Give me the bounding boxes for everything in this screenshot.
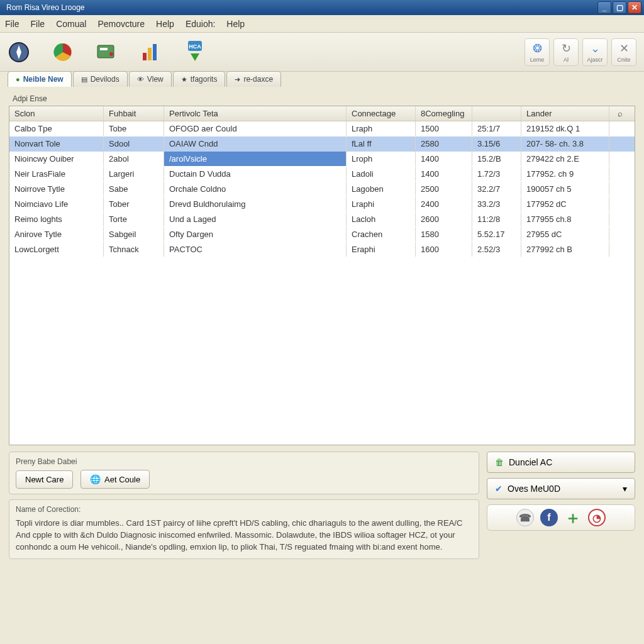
panel-actions: Preny Babe Dabei Newt Care 🌐Aet Coule	[9, 452, 479, 494]
panel-desc-title: Name of Corection:	[16, 505, 472, 514]
table-cell: Tober	[104, 197, 164, 211]
table-cell	[609, 182, 631, 196]
table-cell: Noimciavo Life	[9, 197, 104, 211]
check-icon: ✔	[495, 484, 502, 494]
table-cell: OAIAW Cndd	[164, 136, 347, 151]
table-cell: OFOGD aer Could	[164, 121, 347, 136]
tab-redaxce[interactable]: ➜re-daxce	[226, 71, 281, 87]
toolbar-right: ❂Leme ↻Al ⌄Ajascr ✕Cnite	[525, 38, 636, 66]
menu-eduioh[interactable]: Eduioh:	[186, 19, 215, 29]
grid-header: Sclon Fuhbait Pertivolc Teta Connectage …	[9, 106, 635, 121]
clock-icon[interactable]: ◔	[588, 509, 606, 526]
table-cell: /arolVsicle	[164, 152, 347, 166]
table-row[interactable]: Nonvart ToleSdoolOAIAW CnddfLal ff25803.…	[9, 136, 635, 152]
oves-meuod-button[interactable]: ✔Oves MeU0D▾	[487, 478, 635, 499]
table-cell: Tchnack	[104, 242, 164, 257]
table-row[interactable]: Neir LrasFialeLargeriDuctain D VuddaLado…	[9, 167, 635, 182]
menu-comual[interactable]: Comual	[56, 19, 86, 29]
table-cell: 207- 58- ch. 3.8	[521, 136, 609, 151]
compass-icon[interactable]	[8, 41, 30, 64]
svg-marker-11	[191, 53, 199, 61]
group-label: Adpi Ense	[13, 94, 635, 103]
table-cell	[609, 167, 631, 181]
table-cell	[609, 212, 631, 226]
bottom-left: Preny Babe Dabei Newt Care 🌐Aet Coule Na…	[9, 452, 479, 564]
data-grid: Sclon Fuhbait Pertivolc Teta Connectage …	[9, 106, 635, 445]
table-cell: 1.72/3	[472, 167, 521, 181]
x-icon: ✕	[619, 42, 629, 55]
col-comegling[interactable]: 8Comegling	[416, 106, 472, 121]
table-cell: 1400	[416, 152, 472, 166]
table-cell: 177952 dC	[521, 197, 609, 211]
table-cell: Sabe	[104, 182, 164, 196]
table-cell: 2580	[416, 136, 472, 151]
bars-icon[interactable]	[140, 41, 162, 64]
dot-icon: ●	[16, 75, 20, 83]
col-search[interactable]: ⌕	[609, 106, 631, 121]
maximize-button[interactable]: ▢	[613, 1, 626, 14]
table-cell: 219152 dk.Q 1	[521, 121, 609, 136]
download-icon[interactable]: HCA	[184, 41, 206, 64]
content-area: Adpi Ense Sclon Fuhbait Pertivolc Teta C…	[0, 87, 644, 445]
newt-care-button[interactable]: Newt Care	[16, 470, 73, 489]
table-row[interactable]: Anirove TytleSabgeilOfty DargenCrachen15…	[9, 227, 635, 242]
star-icon: ★	[181, 75, 187, 84]
table-cell	[609, 121, 631, 136]
table-cell	[609, 136, 631, 151]
table-cell: Nioincwy Ouiber	[9, 152, 104, 166]
table-cell: 1600	[416, 242, 472, 257]
aet-coule-button[interactable]: 🌐Aet Coule	[80, 470, 150, 489]
table-cell: Eraphi	[347, 242, 416, 257]
table-cell: 2abol	[104, 152, 164, 166]
table-row[interactable]: Reimo loghtsTorteUnd a LagedLacloh260011…	[9, 212, 635, 227]
table-row[interactable]: Calbo TpeTobeOFOGD aer CouldLraph150025:…	[9, 121, 635, 136]
al-button[interactable]: ↻Al	[553, 38, 579, 66]
table-cell: Orchale Coldno	[164, 182, 347, 196]
table-row[interactable]: LowcLorgettTchnackPACTOCEraphi16002.52/3…	[9, 242, 635, 257]
menu-file-2[interactable]: File	[31, 19, 45, 29]
col-blank[interactable]	[472, 106, 521, 121]
titlebar: Rom Risa Vireo Lrooge _ ▢ ✕	[0, 0, 644, 15]
col-pertivolc[interactable]: Pertivolc Teta	[164, 106, 347, 121]
table-row[interactable]: Noimciavo LifeToberDrevd BuldhorulaimgLr…	[9, 197, 635, 212]
table-row[interactable]: Noirrove TytleSabeOrchale ColdnoLagoben2…	[9, 182, 635, 197]
dunciel-ac-button[interactable]: 🗑Dunciel AC	[487, 452, 635, 473]
col-lander[interactable]: Lander	[521, 106, 609, 121]
menu-pemovcture[interactable]: Pemovcture	[97, 19, 145, 29]
tab-tfagorits[interactable]: ★tfagorits	[173, 71, 226, 87]
menu-file-1[interactable]: File	[5, 19, 19, 29]
table-cell: PACTOC	[164, 242, 347, 257]
table-row[interactable]: Nioincwy Ouiber2abol/arolVsicleLroph1400…	[9, 152, 635, 167]
table-cell: Noirrove Tytle	[9, 182, 104, 196]
col-connectage[interactable]: Connectage	[347, 106, 416, 121]
doc-icon: ▤	[81, 75, 87, 84]
table-cell: Ductain D Vudda	[164, 167, 347, 181]
close-button[interactable]: ✕	[628, 1, 641, 14]
minimize-button[interactable]: _	[597, 1, 611, 14]
cnite-button[interactable]: ✕Cnite	[611, 38, 636, 66]
search-icon: ⌕	[618, 109, 623, 118]
ajascr-button[interactable]: ⌄Ajascr	[582, 38, 608, 66]
table-cell: Torte	[104, 212, 164, 226]
table-cell: 177955 ch.8	[521, 212, 609, 226]
leme-button[interactable]: ❂Leme	[525, 38, 550, 66]
card-icon[interactable]	[96, 41, 118, 64]
trash-icon: 🗑	[495, 457, 504, 467]
col-sclon[interactable]: Sclon	[9, 106, 104, 121]
table-cell	[609, 242, 631, 257]
facebook-icon[interactable]: f	[540, 509, 558, 526]
phone-icon[interactable]: ☎	[516, 509, 534, 526]
col-fuhbait[interactable]: Fuhbait	[104, 106, 164, 121]
toolbar: HCA ❂Leme ↻Al ⌄Ajascr ✕Cnite	[0, 33, 644, 72]
svg-rect-7	[148, 48, 152, 60]
table-cell: Nonvart Tole	[9, 136, 104, 151]
menu-help-1[interactable]: Help	[156, 19, 174, 29]
plus-icon[interactable]: ＋	[564, 509, 582, 526]
tab-vlew[interactable]: 👁Vlew	[129, 71, 172, 87]
tab-neible-new[interactable]: ●Neible New	[8, 71, 72, 87]
bottom-right: 🗑Dunciel AC ✔Oves MeU0D▾ ☎ f ＋ ◔	[487, 452, 635, 564]
menu-help-2[interactable]: Help	[226, 19, 245, 29]
gear-icon: ❂	[533, 42, 542, 55]
tab-devilods[interactable]: ▤Devilods	[73, 71, 128, 87]
chart-pie-icon[interactable]	[52, 41, 74, 64]
